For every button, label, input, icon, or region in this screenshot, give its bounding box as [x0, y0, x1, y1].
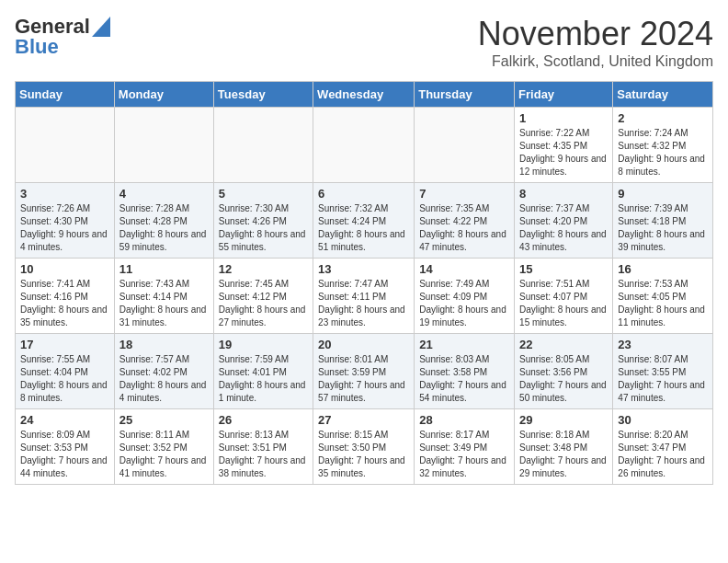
day-number: 24 [20, 413, 109, 427]
day-info: Sunrise: 8:17 AM Sunset: 3:49 PM Dayligh… [419, 429, 509, 480]
day-info: Sunrise: 7:47 AM Sunset: 4:11 PM Dayligh… [318, 278, 409, 329]
calendar-cell: 3Sunrise: 7:26 AM Sunset: 4:30 PM Daylig… [16, 183, 115, 259]
calendar-cell: 19Sunrise: 7:59 AM Sunset: 4:01 PM Dayli… [213, 334, 313, 409]
day-number: 5 [219, 187, 308, 201]
day-number: 8 [519, 187, 608, 201]
day-number: 1 [519, 111, 608, 125]
calendar-cell: 5Sunrise: 7:30 AM Sunset: 4:26 PM Daylig… [213, 183, 313, 259]
day-info: Sunrise: 7:35 AM Sunset: 4:22 PM Dayligh… [419, 202, 509, 254]
calendar-cell: 17Sunrise: 7:55 AM Sunset: 4:04 PM Dayli… [16, 334, 115, 409]
calendar-cell: 13Sunrise: 7:47 AM Sunset: 4:11 PM Dayli… [313, 259, 415, 334]
logo: General Blue [15, 15, 110, 59]
calendar-cell [415, 108, 515, 183]
day-number: 3 [20, 187, 109, 201]
day-info: Sunrise: 8:05 AM Sunset: 3:56 PM Dayligh… [519, 353, 608, 405]
calendar-cell [313, 108, 415, 183]
calendar-cell: 30Sunrise: 8:20 AM Sunset: 3:47 PM Dayli… [613, 409, 713, 485]
day-info: Sunrise: 7:41 AM Sunset: 4:16 PM Dayligh… [20, 278, 109, 329]
day-number: 15 [519, 262, 608, 276]
day-number: 26 [219, 413, 308, 427]
weekday-header-friday: Friday [515, 82, 613, 108]
svg-marker-0 [92, 17, 110, 37]
page: General Blue November 2024 Falkirk, Scot… [0, 0, 728, 500]
calendar-cell: 11Sunrise: 7:43 AM Sunset: 4:14 PM Dayli… [114, 259, 213, 334]
calendar-cell [213, 108, 313, 183]
day-info: Sunrise: 7:37 AM Sunset: 4:20 PM Dayligh… [519, 202, 608, 254]
calendar-cell: 27Sunrise: 8:15 AM Sunset: 3:50 PM Dayli… [313, 409, 415, 485]
calendar-cell: 21Sunrise: 8:03 AM Sunset: 3:58 PM Dayli… [415, 334, 515, 409]
day-info: Sunrise: 7:22 AM Sunset: 4:35 PM Dayligh… [519, 127, 608, 178]
day-info: Sunrise: 7:57 AM Sunset: 4:02 PM Dayligh… [119, 353, 209, 405]
calendar-cell: 7Sunrise: 7:35 AM Sunset: 4:22 PM Daylig… [415, 183, 515, 259]
calendar-week-1: 1Sunrise: 7:22 AM Sunset: 4:35 PM Daylig… [16, 108, 713, 183]
calendar-cell: 15Sunrise: 7:51 AM Sunset: 4:07 PM Dayli… [515, 259, 613, 334]
day-number: 27 [318, 413, 409, 427]
calendar-cell: 16Sunrise: 7:53 AM Sunset: 4:05 PM Dayli… [613, 259, 713, 334]
day-info: Sunrise: 8:15 AM Sunset: 3:50 PM Dayligh… [318, 429, 409, 480]
day-number: 21 [419, 338, 509, 351]
day-info: Sunrise: 7:45 AM Sunset: 4:12 PM Dayligh… [219, 278, 308, 329]
day-number: 28 [419, 413, 509, 427]
calendar-cell: 4Sunrise: 7:28 AM Sunset: 4:28 PM Daylig… [114, 183, 213, 259]
day-info: Sunrise: 7:32 AM Sunset: 4:24 PM Dayligh… [318, 202, 409, 254]
day-number: 12 [219, 262, 308, 276]
day-info: Sunrise: 7:49 AM Sunset: 4:09 PM Dayligh… [419, 278, 509, 329]
day-number: 17 [20, 338, 109, 351]
logo-blue: Blue [15, 35, 110, 59]
calendar-cell: 10Sunrise: 7:41 AM Sunset: 4:16 PM Dayli… [16, 259, 115, 334]
weekday-header-saturday: Saturday [613, 82, 713, 108]
calendar-cell: 22Sunrise: 8:05 AM Sunset: 3:56 PM Dayli… [515, 334, 613, 409]
logo-triangle-icon [92, 17, 110, 37]
day-number: 30 [618, 413, 708, 427]
calendar-week-3: 10Sunrise: 7:41 AM Sunset: 4:16 PM Dayli… [16, 259, 713, 334]
weekday-header-monday: Monday [114, 82, 213, 108]
calendar-cell: 20Sunrise: 8:01 AM Sunset: 3:59 PM Dayli… [313, 334, 415, 409]
calendar-cell: 25Sunrise: 8:11 AM Sunset: 3:52 PM Dayli… [114, 409, 213, 485]
day-number: 25 [119, 413, 209, 427]
calendar-cell [16, 108, 115, 183]
day-number: 19 [219, 338, 308, 351]
day-info: Sunrise: 8:09 AM Sunset: 3:53 PM Dayligh… [20, 429, 109, 480]
weekday-header-sunday: Sunday [16, 82, 115, 108]
calendar-cell: 24Sunrise: 8:09 AM Sunset: 3:53 PM Dayli… [16, 409, 115, 485]
day-number: 14 [419, 262, 509, 276]
day-info: Sunrise: 7:59 AM Sunset: 4:01 PM Dayligh… [219, 353, 308, 405]
day-info: Sunrise: 7:26 AM Sunset: 4:30 PM Dayligh… [20, 202, 109, 254]
day-info: Sunrise: 8:11 AM Sunset: 3:52 PM Dayligh… [119, 429, 209, 480]
month-title: November 2024 [478, 15, 713, 53]
calendar-cell: 8Sunrise: 7:37 AM Sunset: 4:20 PM Daylig… [515, 183, 613, 259]
day-number: 9 [618, 187, 708, 201]
day-info: Sunrise: 8:01 AM Sunset: 3:59 PM Dayligh… [318, 353, 409, 405]
day-number: 22 [519, 338, 608, 351]
calendar-week-4: 17Sunrise: 7:55 AM Sunset: 4:04 PM Dayli… [16, 334, 713, 409]
calendar-cell: 29Sunrise: 8:18 AM Sunset: 3:48 PM Dayli… [515, 409, 613, 485]
header: General Blue November 2024 Falkirk, Scot… [15, 15, 713, 70]
day-info: Sunrise: 7:30 AM Sunset: 4:26 PM Dayligh… [219, 202, 308, 254]
day-info: Sunrise: 8:20 AM Sunset: 3:47 PM Dayligh… [618, 429, 708, 480]
day-number: 2 [618, 111, 708, 125]
day-number: 16 [618, 262, 708, 276]
day-info: Sunrise: 7:24 AM Sunset: 4:32 PM Dayligh… [618, 127, 708, 178]
header-row: SundayMondayTuesdayWednesdayThursdayFrid… [16, 82, 713, 108]
day-number: 18 [119, 338, 209, 351]
calendar-week-5: 24Sunrise: 8:09 AM Sunset: 3:53 PM Dayli… [16, 409, 713, 485]
calendar-cell: 14Sunrise: 7:49 AM Sunset: 4:09 PM Dayli… [415, 259, 515, 334]
day-info: Sunrise: 8:13 AM Sunset: 3:51 PM Dayligh… [219, 429, 308, 480]
day-number: 4 [119, 187, 209, 201]
calendar-cell: 2Sunrise: 7:24 AM Sunset: 4:32 PM Daylig… [613, 108, 713, 183]
location: Falkirk, Scotland, United Kingdom [478, 53, 713, 70]
day-number: 29 [519, 413, 608, 427]
day-info: Sunrise: 7:53 AM Sunset: 4:05 PM Dayligh… [618, 278, 708, 329]
calendar-cell: 12Sunrise: 7:45 AM Sunset: 4:12 PM Dayli… [213, 259, 313, 334]
day-info: Sunrise: 8:07 AM Sunset: 3:55 PM Dayligh… [618, 353, 708, 405]
day-info: Sunrise: 7:43 AM Sunset: 4:14 PM Dayligh… [119, 278, 209, 329]
day-number: 10 [20, 262, 109, 276]
calendar-cell: 23Sunrise: 8:07 AM Sunset: 3:55 PM Dayli… [613, 334, 713, 409]
calendar-cell [114, 108, 213, 183]
day-number: 7 [419, 187, 509, 201]
day-info: Sunrise: 7:28 AM Sunset: 4:28 PM Dayligh… [119, 202, 209, 254]
calendar-cell: 26Sunrise: 8:13 AM Sunset: 3:51 PM Dayli… [213, 409, 313, 485]
calendar-cell: 9Sunrise: 7:39 AM Sunset: 4:18 PM Daylig… [613, 183, 713, 259]
calendar-cell: 18Sunrise: 7:57 AM Sunset: 4:02 PM Dayli… [114, 334, 213, 409]
day-info: Sunrise: 8:03 AM Sunset: 3:58 PM Dayligh… [419, 353, 509, 405]
